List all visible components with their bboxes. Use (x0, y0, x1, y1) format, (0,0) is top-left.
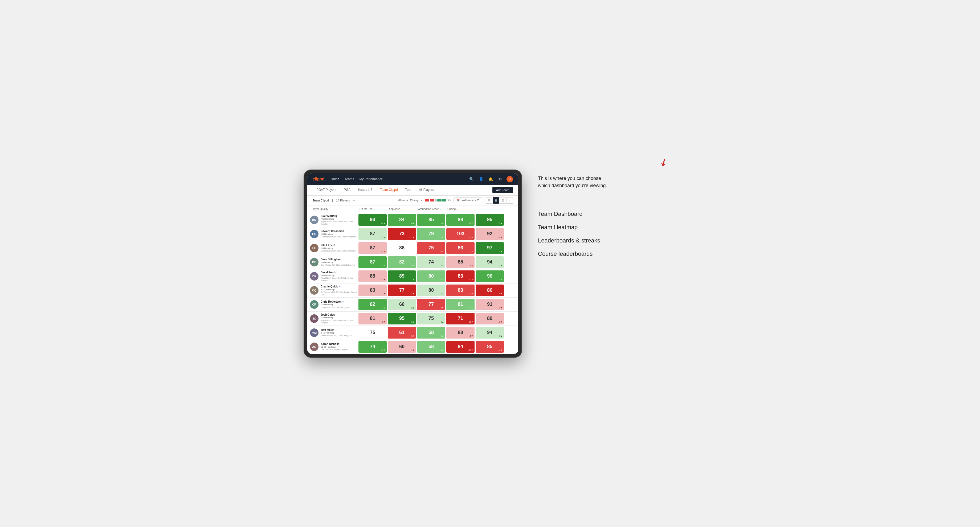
last-rounds-button[interactable]: 📅 Last Rounds: 20 (453, 197, 483, 203)
tab-pgat[interactable]: PGAT Players (313, 185, 340, 195)
score-approach: 85 8▲ (417, 214, 445, 226)
score-change: 1▲ (499, 264, 503, 267)
player-info[interactable]: CQ Charlie Quick ✔ 6-10 Handicap St. Geo… (310, 284, 358, 297)
player-info[interactable]: EC Edward Crossman 1-5 Handicap Sunningd… (310, 227, 358, 241)
team-name: Team Clippd (313, 199, 329, 202)
option-course-leaderboards[interactable]: Course leaderboards (538, 251, 676, 257)
score-offTee: 88 (388, 242, 416, 254)
last-rounds-label: Last Rounds: 20 (461, 199, 480, 202)
score-approach: 58 10▲ (417, 341, 445, 352)
score-value: 83 (458, 287, 463, 293)
bell-icon[interactable]: 🔔 (487, 176, 494, 182)
tab-tour[interactable]: Tour (402, 185, 415, 195)
player-info[interactable]: DF David Ford ✔ Plus Handicap Royal Nort… (310, 269, 358, 283)
player-info[interactable]: EE Elliot Ebert 1-5 Handicap Sunningdale… (310, 241, 358, 255)
score-value: 83 (370, 287, 375, 293)
view-grid-btn[interactable]: ⊞ (486, 197, 492, 204)
player-name: Elliot Ebert (321, 244, 356, 247)
settings-icon[interactable]: ⚙ (497, 176, 503, 182)
player-handicap: 11-15 Handicap (321, 346, 348, 348)
score-value: 58 (428, 344, 434, 349)
score-quality: 81 -3▼ (358, 313, 387, 324)
nav-link-home[interactable]: Home (331, 176, 339, 182)
score-value: 87 (370, 231, 375, 237)
score-change: +4▲ (381, 222, 385, 224)
search-icon[interactable]: 🔍 (468, 176, 474, 182)
table-row: AN Aaron Nicholls 11-15 Handicap Drift G… (307, 340, 518, 354)
tab-team-clippd[interactable]: Team Clippd (376, 185, 402, 195)
score-value: 103 (457, 231, 465, 237)
player-details: Charlie Quick ✔ 6-10 Handicap St. George… (321, 285, 358, 296)
round-change: 20 Round Change -5 +5 (398, 199, 451, 202)
score-change: 1▲ (441, 264, 444, 267)
player-handicap: 6-10 Handicap (321, 332, 352, 334)
player-info[interactable]: DB Dave Billingham 1-5 Handicap Gog Mago… (310, 255, 358, 269)
offtee-sort-icon[interactable]: — (373, 208, 375, 210)
edit-icon[interactable]: ✏ (353, 198, 355, 202)
score-value: 73 (399, 231, 404, 237)
score-change: -4▼ (498, 349, 503, 351)
score-value: 95 (399, 316, 404, 321)
user-avatar[interactable]: U (506, 176, 513, 182)
player-handicap: 1-5 Handicap (321, 247, 356, 249)
tab-all-players[interactable]: All Players (415, 185, 438, 195)
score-value: 74 (428, 259, 434, 265)
score-putting: 92 -3▼ (476, 228, 504, 240)
player-name: Aaron Nicholls (321, 343, 348, 346)
score-change: -1▼ (469, 222, 473, 224)
view-list-btn[interactable]: ▦ (493, 197, 499, 204)
score-change: 3▲ (441, 278, 444, 281)
add-team-button[interactable]: Add Team (492, 187, 513, 193)
score-approach: 75 -3▼ (417, 242, 445, 254)
pos-seg-2 (442, 199, 446, 202)
score-approach: 74 1▲ (417, 256, 445, 268)
player-info[interactable]: CR Chris Robertson ✔ 1-5 Handicap Craigm… (310, 298, 358, 311)
nav-link-performance[interactable]: My Performance (359, 176, 383, 182)
score-change: 9▲ (499, 222, 503, 224)
score-change: -3▼ (498, 236, 503, 238)
approach-sort-icon[interactable]: — (401, 208, 403, 210)
nav-links: Home Teams My Performance (331, 176, 462, 182)
putting-sort-icon[interactable]: — (456, 208, 458, 210)
around-sort-icon[interactable]: — (440, 208, 442, 210)
score-approach: 80 1▲ (417, 284, 445, 296)
controls-right: 20 Round Change -5 +5 📅 Last (398, 197, 513, 204)
score-value: 60 (399, 302, 404, 307)
score-change: 7▲ (412, 278, 415, 281)
score-value: 87 (370, 245, 375, 251)
tab-hcaps[interactable]: Hcaps 1-5 (354, 185, 376, 195)
score-value: 77 (428, 302, 434, 307)
score-putting: 94 1▲ (476, 256, 504, 268)
nav-link-teams[interactable]: Teams (345, 176, 354, 182)
player-info[interactable]: BM Blair McHarg Plus Handicap Royal Nort… (310, 213, 358, 227)
score-change: -2▼ (469, 335, 473, 337)
player-info[interactable]: JC Josh Coles 1-5 Handicap Royal North D… (310, 312, 358, 325)
player-count: 14 Players (336, 199, 350, 202)
table-body: BM Blair McHarg Plus Handicap Royal Nort… (307, 213, 518, 354)
player-details: Edward Crossman 1-5 Handicap Sunningdale… (321, 230, 356, 238)
score-aroundGreen: 71 -11▼ (446, 313, 474, 324)
player-info[interactable]: AN Aaron Nicholls 11-15 Handicap Drift G… (310, 340, 358, 354)
view-download-btn[interactable]: ↓ (506, 197, 513, 204)
view-heatmap-btn[interactable]: ▤ (500, 197, 506, 204)
player-avatar: DB (310, 258, 318, 267)
score-aroundGreen: 88 -1▼ (446, 214, 474, 226)
player-sort-icon[interactable]: ▾ (329, 208, 330, 210)
score-offTee: 73 -11▼ (388, 228, 416, 240)
player-handicap: 1-5 Handicap (321, 261, 355, 264)
user-icon[interactable]: 👤 (478, 176, 484, 182)
player-info[interactable]: MM Matt Miller 6-10 Handicap Woburn Golf… (310, 326, 358, 340)
header-offtee: Off the Tee — (358, 205, 387, 213)
score-aroundGreen: 83 -6▼ (446, 284, 474, 296)
score-change: -3▼ (381, 321, 385, 323)
score-value: 85 (487, 344, 492, 349)
table-row: DB Dave Billingham 1-5 Handicap Gog Mago… (307, 255, 518, 269)
option-leaderboards[interactable]: Leaderboards & streaks (538, 237, 676, 244)
header-around-green: Around the Green — (417, 205, 446, 213)
score-value: 88 (458, 330, 463, 335)
nav-icons: 🔍 👤 🔔 ⚙ U (468, 176, 513, 182)
score-change: -11▼ (468, 321, 473, 323)
player-details: Blair McHarg Plus Handicap Royal North D… (321, 214, 358, 225)
tab-pga[interactable]: PGA (340, 185, 354, 195)
score-aroundGreen: 88 -2▼ (446, 327, 474, 338)
